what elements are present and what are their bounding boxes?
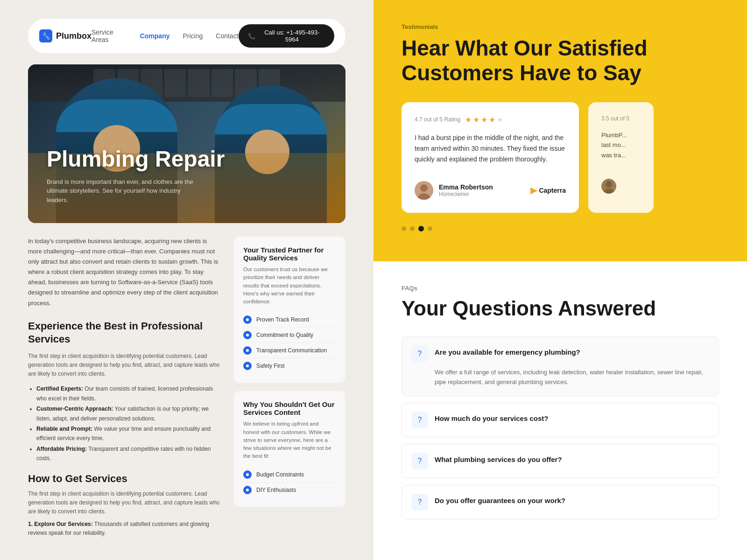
testimonials-title: Hear What Our Satisfied Customers Have t…: [402, 36, 719, 85]
hero-subtitle: Brand is more important than ever, and c…: [47, 177, 196, 205]
navigation: 🔧 Plumbox Service Areas Company Pricing …: [28, 19, 345, 53]
reviewer-role: Homeowner: [439, 191, 493, 197]
trusted-card-desc: Our customers trust us because we priori…: [243, 266, 336, 306]
reviewer-info: Emma Robertson Homeowner: [415, 181, 493, 200]
stars: ★ ★ ★ ★ ★: [465, 115, 503, 124]
service-list-item: Proven Track Record: [243, 312, 336, 328]
content-area: In today's competitive business landscap…: [28, 236, 345, 539]
content-right: Your Trusted Partner for Quality Service…: [233, 236, 345, 539]
testimonial-body: I had a burst pipe in the middle of the …: [415, 133, 566, 170]
logo-text: Plumbox: [56, 31, 92, 41]
hero-section: Plumbing Repair Brand is more important …: [28, 64, 345, 223]
dot-1[interactable]: [402, 226, 406, 231]
service-list-item: Transparent Communication: [243, 343, 336, 358]
service-list-item: Commitment to Quality: [243, 328, 336, 343]
list-item: Certified Experts: Our team consists of …: [36, 384, 222, 403]
faq-item-3[interactable]: ? What plumbing services do you offer?: [402, 444, 719, 478]
service-list-item: DIY Enthusiasts: [243, 483, 336, 497]
faq-icon-1: ?: [411, 345, 428, 362]
faq-item-1[interactable]: ? Are you available for emergency plumbi…: [402, 336, 719, 396]
service-item-label: Commitment to Quality: [256, 332, 313, 338]
star-5: ★: [497, 115, 503, 124]
features-list: Certified Experts: Our team consists of …: [28, 384, 222, 463]
service-item-label: Transparent Communication: [256, 347, 327, 354]
service-list-item: Safety First: [243, 358, 336, 373]
faq-icon-4: ?: [411, 494, 428, 511]
cta-call-button[interactable]: 📞 Call us: +1-495-493-5964: [239, 24, 334, 48]
why-item-label: Budget Constraints: [256, 471, 304, 478]
rating-row: 4.7 out of 5 Rating ★ ★ ★ ★ ★: [415, 115, 566, 124]
reviewer-details: Emma Robertson Homeowner: [439, 183, 493, 197]
logo[interactable]: 🔧 Plumbox: [39, 29, 92, 42]
nav-service-areas[interactable]: Service Areas: [92, 28, 127, 43]
service-item-label: Safety First: [256, 363, 285, 369]
hero-text: Plumbing Repair Brand is more important …: [47, 147, 225, 204]
faq-item-4[interactable]: ? Do you offer guarantees on your work?: [402, 485, 719, 519]
testimonials-label: Testimonials: [402, 23, 719, 30]
service-dot-icon: [243, 362, 252, 370]
rating-text: 4.7 out of 5 Rating: [415, 116, 460, 123]
dot-4[interactable]: [428, 226, 432, 231]
svg-point-4: [606, 181, 612, 188]
service-dot-icon: [243, 315, 252, 324]
service-dot-icon: [243, 331, 252, 339]
dot-2[interactable]: [410, 226, 415, 231]
faq-question-row-1: ? Are you available for emergency plumbi…: [411, 345, 709, 362]
capterra-logo: ▶ Capterra: [530, 185, 566, 196]
nav-links: Service Areas Company Pricing Contact: [92, 28, 239, 43]
list-item: Affordable Pricing: Transparent and comp…: [36, 444, 222, 463]
reviewer-info-2: [601, 179, 641, 194]
hero-title: Plumbing Repair: [47, 147, 225, 172]
list-item: Reliable and Prompt: We value your time …: [36, 424, 222, 443]
testimonial-body-2: PlumbP...last mo...was tra...: [601, 130, 641, 168]
faq-icon-3: ?: [411, 453, 428, 469]
how-para: The first step in client acquisition is …: [28, 490, 222, 517]
pagination-dots: [402, 226, 719, 231]
avatar-2: [601, 179, 616, 194]
why-card-desc: We believe in being upfront and honest w…: [243, 420, 336, 460]
nav-company[interactable]: Company: [140, 32, 170, 40]
faq-question-2: How much do your services cost?: [435, 412, 709, 422]
testimonial-card-2-partial: 3.5 out of 5 PlumbP...last mo...was tra.…: [588, 102, 654, 213]
nav-pricing[interactable]: Pricing: [183, 32, 203, 40]
faq-question-row-2: ? How much do your services cost?: [411, 412, 709, 428]
faq-question-3: What plumbing services do you offer?: [435, 453, 709, 463]
why-item-label: DIY Enthusiasts: [256, 487, 296, 493]
testimonial-card-1: 4.7 out of 5 Rating ★ ★ ★ ★ ★ I had a bu…: [402, 102, 579, 213]
service-list-item: Budget Constraints: [243, 467, 336, 483]
faq-item-2[interactable]: ? How much do your services cost?: [402, 403, 719, 437]
content-left: In today's competitive business landscap…: [28, 236, 222, 539]
why-items: Budget Constraints DIY Enthusiasts: [243, 467, 336, 497]
why-card-title: Why You Shouldn't Get Our Services Conte…: [243, 400, 336, 416]
service-dot-icon: [243, 486, 252, 494]
trusted-partner-card: Your Trusted Partner for Quality Service…: [233, 236, 345, 383]
faq-label: FAQs: [402, 285, 719, 292]
experience-para: The first step in client acquisition is …: [28, 352, 222, 379]
trusted-items: Proven Track Record Commitment to Qualit…: [243, 312, 336, 373]
experience-heading: Experience the Best in Professional Serv…: [28, 320, 222, 346]
right-panel: Testimonials Hear What Our Satisfied Cus…: [374, 0, 747, 560]
star-4: ★: [489, 115, 495, 124]
service-item-label: Proven Track Record: [256, 316, 309, 323]
nav-contact[interactable]: Contact: [216, 32, 238, 40]
faq-question-row-3: ? What plumbing services do you offer?: [411, 453, 709, 469]
star-2: ★: [473, 115, 479, 124]
star-1: ★: [465, 115, 472, 124]
avatar: [415, 181, 433, 200]
intro-paragraph: In today's competitive business landscap…: [28, 236, 222, 308]
cta-label: Call us: +1-495-493-5964: [259, 29, 325, 43]
capterra-icon: ▶: [530, 185, 537, 196]
faq-question-4: Do you offer guarantees on your work?: [435, 494, 709, 504]
why-not-card: Why You Shouldn't Get Our Services Conte…: [233, 391, 345, 507]
rating-row-2: 3.5 out of 5: [601, 115, 641, 122]
service-dot-icon: [243, 470, 252, 479]
testimonial-cards-row: 4.7 out of 5 Rating ★ ★ ★ ★ ★ I had a bu…: [402, 102, 719, 213]
capterra-text: Capterra: [539, 187, 566, 194]
svg-point-1: [420, 184, 428, 192]
star-3: ★: [481, 115, 487, 124]
phone-icon: 📞: [248, 33, 255, 40]
dot-3-active[interactable]: [418, 226, 424, 231]
faq-question-1: Are you available for emergency plumbing…: [435, 345, 709, 356]
how-heading: How to Get Services: [28, 473, 222, 485]
logo-icon: 🔧: [39, 29, 52, 42]
